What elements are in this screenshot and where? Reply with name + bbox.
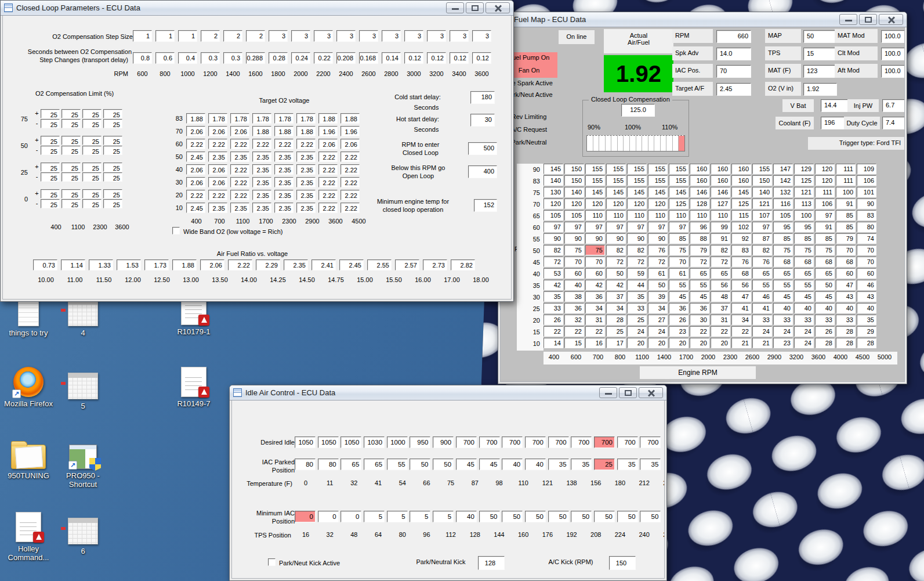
target-o2-cell[interactable]: 2.35	[230, 203, 249, 213]
fuelmap-cell[interactable]: 23	[669, 326, 689, 337]
fuelmap-cell[interactable]: 85	[836, 222, 856, 232]
fuelmap-cell[interactable]: 85	[836, 210, 856, 221]
comp-limit-cell[interactable]: 25	[41, 189, 60, 199]
fuelmap-cell[interactable]: 97	[648, 222, 668, 232]
fuelmap-cell[interactable]: 91	[711, 233, 730, 244]
desired-idle-cell[interactable]: 700	[456, 436, 477, 448]
transport-delay-cell[interactable]: 0.3	[201, 52, 220, 64]
comp-limit-cell[interactable]: 25	[61, 199, 81, 208]
target-o2-cell[interactable]: 1.78	[230, 113, 249, 124]
target-o2-cell[interactable]: 2.22	[208, 190, 227, 200]
fuelmap-cell[interactable]: 65	[690, 268, 709, 279]
fuelmap-cell[interactable]: 34	[731, 315, 751, 325]
fuelmap-cell[interactable]: 121	[752, 199, 772, 209]
fuelmap-cell[interactable]: 30	[690, 315, 709, 325]
fuelmap-cell[interactable]: 76	[731, 257, 751, 267]
fuelmap-cell[interactable]: 31	[585, 315, 605, 325]
target-o2-cell[interactable]: 2.35	[296, 177, 316, 187]
min-iac-cell[interactable]: 0	[295, 511, 316, 522]
gauge-target-af[interactable]: 2.45	[716, 83, 751, 96]
fuelmap-cell[interactable]: 47	[836, 280, 856, 290]
min-iac-cell[interactable]: 50	[617, 511, 638, 522]
min-iac-cell[interactable]: 50	[479, 511, 500, 522]
fuelmap-cell[interactable]: 90	[857, 199, 876, 209]
gauge-spk-adv[interactable]: 14.0	[716, 48, 751, 60]
step-size-cell[interactable]: 3	[269, 30, 288, 42]
comp-limit-cell[interactable]: 25	[82, 119, 102, 128]
comp-limit-cell[interactable]: 25	[82, 163, 102, 172]
fuelmap-cell[interactable]: 55	[690, 280, 709, 290]
fuelmap-cell[interactable]: 97	[815, 210, 835, 221]
fuelmap-cell[interactable]: 46	[857, 280, 876, 290]
fuelmap-cell[interactable]: 155	[752, 164, 772, 174]
fuelmap-cell[interactable]: 35	[857, 315, 876, 325]
fuelmap-cell[interactable]: 155	[606, 175, 626, 186]
fuelmap-cell[interactable]: 65	[752, 268, 772, 279]
iac-parked-cell[interactable]: 40	[525, 459, 546, 470]
comp-limit-cell[interactable]: 25	[41, 199, 60, 208]
fuelmap-cell[interactable]: 36	[585, 291, 605, 302]
target-o2-cell[interactable]: 2.22	[340, 190, 360, 200]
fuelmap-cell[interactable]: 45	[669, 291, 689, 302]
comp-limit-cell[interactable]: 25	[41, 119, 60, 128]
afr-cell[interactable]: 1.14	[61, 259, 85, 270]
fuelmap-cell[interactable]: 60	[564, 268, 584, 279]
iac-parked-cell[interactable]: 65	[364, 459, 385, 470]
target-o2-cell[interactable]: 2.06	[208, 164, 227, 175]
fuelmap-cell[interactable]: 85	[794, 233, 814, 244]
fuelmap-cell[interactable]: 82	[711, 245, 730, 255]
fuelmap-cell[interactable]: 70	[857, 257, 876, 267]
fuelmap-cell[interactable]: 20	[690, 338, 709, 348]
minimize-button[interactable]	[839, 14, 857, 25]
fuelmap-cell[interactable]: 24	[752, 326, 772, 337]
fuelmap-cell[interactable]: 70	[836, 245, 856, 255]
fuelmap-cell[interactable]: 50	[648, 280, 668, 290]
desktop-icon-6[interactable]: 6	[56, 512, 110, 555]
fuelmap-cell[interactable]: 55	[773, 280, 793, 290]
comp-limit-cell[interactable]: 25	[41, 146, 60, 155]
gauge-mat[interactable]: 123	[803, 65, 837, 78]
fuelmap-cell[interactable]: 33	[543, 303, 563, 313]
fuelmap-cell[interactable]: 132	[773, 187, 793, 197]
fuelmap-cell[interactable]: 120	[543, 199, 563, 209]
comp-limit-cell[interactable]: 25	[103, 146, 122, 155]
fuelmap-cell[interactable]: 129	[794, 164, 814, 174]
fuelmap-cell[interactable]: 24	[648, 326, 668, 337]
target-o2-cell[interactable]: 2.22	[208, 139, 227, 149]
afr-cell[interactable]: 2.41	[311, 259, 336, 270]
target-o2-cell[interactable]: 2.22	[340, 164, 360, 175]
afr-cell[interactable]: 1.73	[144, 259, 169, 270]
fuelmap-cell[interactable]: 160	[711, 175, 730, 186]
step-size-cell[interactable]: 3	[359, 30, 378, 42]
step-size-cell[interactable]: 3	[382, 30, 401, 42]
target-o2-cell[interactable]: 1.78	[208, 113, 227, 124]
fuelmap-cell[interactable]: 120	[815, 175, 835, 186]
fuelmap-cell[interactable]: 40	[857, 303, 876, 313]
fuelmap-cell[interactable]: 140	[752, 187, 772, 197]
fuelmap-cell[interactable]: 28	[606, 315, 626, 325]
target-o2-cell[interactable]: 1.88	[340, 113, 360, 124]
target-o2-cell[interactable]: 2.22	[318, 203, 338, 213]
target-o2-cell[interactable]: 2.35	[296, 190, 316, 200]
minimize-button[interactable]	[446, 2, 464, 13]
afr-cell[interactable]: 2.29	[256, 259, 280, 270]
iac-parked-cell[interactable]: 35	[571, 459, 592, 470]
fuelmap-cell[interactable]: 145	[543, 164, 563, 174]
afr-cell[interactable]: 0.73	[33, 259, 57, 270]
comp-limit-cell[interactable]: 25	[103, 109, 122, 118]
fuelmap-cell[interactable]: 41	[752, 303, 772, 313]
fuelmap-cell[interactable]: 29	[857, 326, 876, 337]
fuelmap-cell[interactable]: 150	[752, 175, 772, 186]
fuelmap-cell[interactable]: 147	[773, 164, 793, 174]
comp-limit-cell[interactable]: 25	[103, 199, 122, 208]
transport-delay-cell[interactable]: 0.8	[133, 52, 152, 64]
fuelmap-cell[interactable]: 45	[815, 291, 835, 302]
fuelmap-cell[interactable]: 48	[711, 291, 730, 302]
fuelmap-cell[interactable]: 72	[543, 257, 563, 267]
fuelmap-cell[interactable]: 21	[752, 338, 772, 348]
comp-limit-cell[interactable]: 25	[82, 109, 102, 118]
fuelmap-cell[interactable]: 87	[752, 233, 772, 244]
afr-cell[interactable]: 2.35	[284, 259, 308, 270]
fuelmap-cell[interactable]: 155	[585, 164, 605, 174]
target-o2-cell[interactable]: 2.22	[230, 190, 249, 200]
